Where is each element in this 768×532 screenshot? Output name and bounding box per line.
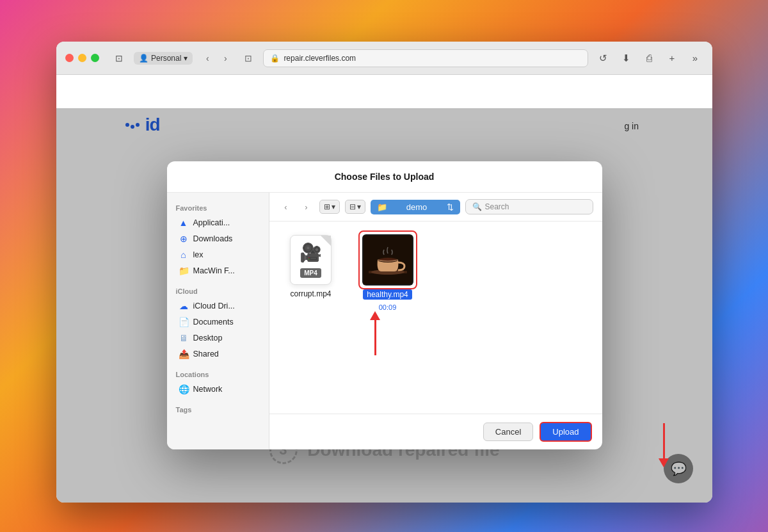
chevron-down-icon: ▾ (184, 54, 188, 63)
nav-buttons: ‹ › (199, 50, 234, 67)
back-button[interactable]: ‹ (199, 50, 216, 67)
documents-icon: 📄 (179, 317, 189, 327)
lock-icon: 🔒 (270, 54, 280, 63)
finder-sidebar: Favorites ▲ Applicati... ⊕ Downloads ⌂ l… (167, 193, 269, 449)
profile-button[interactable]: 👤 Personal ▾ (134, 52, 193, 65)
maximize-button[interactable] (91, 54, 99, 62)
folder-selector-icon: 📁 (377, 202, 387, 212)
list-chevron-icon: ▾ (357, 202, 361, 211)
file-item-healthy[interactable]: healthy.mp4 00:09 (359, 234, 417, 311)
view-chevron-icon: ▾ (332, 202, 335, 211)
forward-button[interactable]: › (217, 50, 234, 67)
sidebar-label-applications: Applicati... (193, 218, 230, 227)
locations-header: Locations (167, 367, 269, 381)
sidebar-label-icloud: iCloud Dri... (193, 302, 235, 310)
video-thumbnail (362, 234, 413, 286)
sidebar-item-desktop[interactable]: 🖥 Desktop (170, 330, 266, 346)
back-nav-button[interactable]: ‹ (278, 199, 294, 214)
sidebar-label-desktop: Desktop (193, 334, 223, 343)
traffic-lights (65, 54, 99, 62)
list-icon: ⊟ (349, 202, 356, 211)
files-area: 🎥 MP4 corrupt.mp4 (269, 222, 602, 414)
address-bar[interactable]: 🔒 repair.cleverfiles.com (263, 49, 588, 67)
healthy-file-duration: 00:09 (379, 303, 397, 311)
shared-icon: 📤 (179, 349, 189, 359)
search-placeholder: Search (485, 202, 509, 211)
icloud-icon: ☁ (179, 301, 189, 311)
close-button[interactable] (65, 54, 74, 62)
corrupt-file-name: corrupt.mp4 (290, 289, 331, 298)
folder-selector-arrows: ⇅ (447, 202, 454, 212)
sidebar-item-downloads[interactable]: ⊕ Downloads (170, 231, 266, 246)
share-button[interactable]: ⎙ (641, 50, 657, 67)
dialog-main: ‹ › ⊞ ▾ ⊟ ▾ 📁 (269, 193, 602, 449)
sidebar-label-downloads: Downloads (193, 234, 233, 243)
healthy-file-name: healthy.mp4 (363, 289, 412, 300)
arrow-head-down (659, 458, 669, 467)
list-view-button[interactable]: ⊟ ▾ (345, 200, 365, 214)
arrow-line-down (663, 423, 665, 458)
search-bar[interactable]: 🔍 Search (465, 199, 593, 214)
address-text: repair.cleverfiles.com (284, 54, 356, 63)
minimize-button[interactable] (78, 54, 86, 62)
arrow-down-indicator (659, 423, 669, 467)
profile-label: Personal (151, 54, 181, 63)
more-button[interactable]: » (687, 50, 703, 67)
dialog-footer: Cancel Upload (269, 414, 602, 449)
dialog-toolbar: ‹ › ⊞ ▾ ⊟ ▾ 📁 (269, 193, 602, 222)
downloads-icon: ⊕ (179, 234, 189, 244)
grid-view-button[interactable]: ⊞ ▾ (319, 200, 340, 214)
screen-share-button[interactable]: ⊡ (240, 50, 257, 67)
home-icon: ⌂ (179, 250, 189, 260)
sidebar-label-lex: lex (193, 250, 204, 259)
arrow-line-up (374, 320, 376, 355)
page-content: id g in 3 Download repaired file 💬 Choos… (56, 75, 712, 503)
healthy-file-icon-container (362, 234, 413, 286)
browser-toolbar: ⊡ 👤 Personal ▾ ‹ › ⊡ 🔒 repair.cleverfile… (56, 42, 712, 75)
file-item-corrupt[interactable]: 🎥 MP4 corrupt.mp4 (282, 234, 340, 298)
sidebar-item-lex[interactable]: ⌂ lex (170, 247, 266, 262)
profile-icon: 👤 (139, 54, 148, 63)
download-button[interactable]: ⬇ (618, 50, 634, 67)
sidebar-label-documents: Documents (193, 318, 234, 326)
sidebar-item-documents[interactable]: 📄 Documents (170, 314, 266, 330)
desktop-icon: 🖥 (179, 333, 189, 343)
sidebar-item-network[interactable]: 🌐 Network (170, 382, 266, 397)
mp4-badge: MP4 (300, 268, 321, 278)
dialog-body: Favorites ▲ Applicati... ⊕ Downloads ⌂ l… (167, 193, 602, 449)
folder-selector-label: demo (406, 202, 428, 212)
sidebar-item-applications[interactable]: ▲ Applicati... (170, 215, 266, 230)
applications-icon: ▲ (179, 218, 189, 228)
sidebar-label-shared: Shared (193, 350, 219, 359)
arrow-head-up (370, 311, 380, 320)
network-icon: 🌐 (179, 384, 189, 394)
icloud-header: iCloud (167, 284, 269, 298)
sidebar-label-macwin: MacWin F... (193, 266, 235, 275)
sidebar-toggle-button[interactable]: ⊡ (111, 52, 127, 65)
cancel-button[interactable]: Cancel (483, 423, 533, 441)
selected-file-border (358, 230, 417, 289)
add-tab-button[interactable]: + (664, 50, 680, 67)
reload-button[interactable]: ↺ (595, 50, 611, 67)
sidebar-item-macwin[interactable]: 📁 MacWin F... (170, 263, 266, 278)
sidebar-label-network: Network (193, 385, 223, 394)
folder-icon: 📁 (179, 266, 189, 276)
file-picker-dialog: Choose Files to Upload Favorites ▲ Appli… (167, 161, 602, 449)
dialog-title: Choose Files to Upload (167, 161, 602, 193)
browser-window: ⊡ 👤 Personal ▾ ‹ › ⊡ 🔒 repair.cleverfile… (56, 42, 712, 503)
folder-selector-button[interactable]: 📁 demo ⇅ (371, 200, 460, 214)
dialog-overlay: Choose Files to Upload Favorites ▲ Appli… (56, 108, 712, 503)
sidebar-item-icloud-drive[interactable]: ☁ iCloud Dri... (170, 298, 266, 314)
upload-button[interactable]: Upload (540, 422, 591, 442)
corrupt-file-icon: 🎥 MP4 (285, 234, 337, 286)
forward-nav-button[interactable]: › (299, 199, 314, 214)
search-icon: 🔍 (472, 202, 482, 211)
camera-icon: 🎥 (300, 242, 322, 263)
arrow-up-indicator (370, 311, 380, 355)
grid-icon: ⊞ (324, 202, 330, 211)
tags-header: Tags (167, 402, 269, 416)
favorites-header: Favorites (167, 200, 269, 214)
sidebar-item-shared[interactable]: 📤 Shared (170, 346, 266, 362)
